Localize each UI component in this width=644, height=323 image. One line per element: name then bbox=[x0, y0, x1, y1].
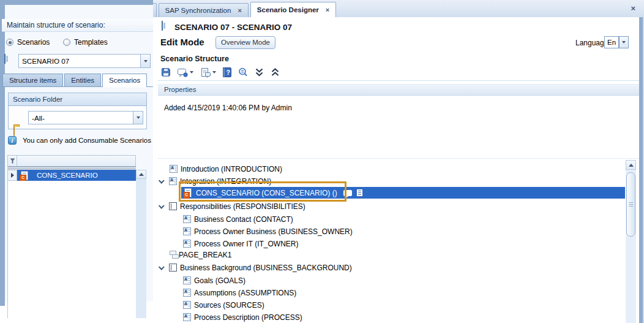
tree-item-assumptions[interactable]: Assumptions (ASSUMPTIONS) bbox=[183, 287, 296, 298]
text-item-icon bbox=[170, 165, 178, 173]
tab-sap-synchronization[interactable]: SAP Synchronization × bbox=[159, 3, 249, 17]
preview-button[interactable] bbox=[237, 66, 249, 78]
grid-row-label: CONS_SCENARIO bbox=[37, 172, 98, 179]
grid-body bbox=[7, 181, 136, 318]
grid-scrollbar-track[interactable] bbox=[136, 170, 146, 318]
properties-header: Properties bbox=[158, 84, 639, 96]
text-item-icon bbox=[183, 276, 191, 284]
section-title: Scenario Structure bbox=[160, 55, 229, 63]
chevron-down-icon bbox=[622, 41, 626, 44]
language-dropdown-button[interactable] bbox=[619, 36, 629, 48]
info-icon: i bbox=[8, 136, 17, 145]
document-comment-icon bbox=[200, 67, 211, 78]
help-button[interactable]: ? bbox=[221, 66, 233, 78]
radio-label: Scenarios bbox=[17, 38, 50, 47]
tree-item-page-break[interactable]: PAGE_BREAK1 bbox=[170, 249, 231, 260]
document-icon[interactable] bbox=[356, 189, 363, 197]
arrow-up-icon bbox=[139, 173, 144, 176]
language-combobox[interactable]: En bbox=[604, 36, 619, 48]
text-item-icon bbox=[183, 227, 191, 235]
window-close-icon[interactable]: × bbox=[631, 4, 635, 12]
document-comment-button[interactable] bbox=[198, 66, 218, 78]
tree-item-label: Goals (GOALS) bbox=[194, 276, 245, 285]
tree-item-label: Process Description (PROCESS) bbox=[194, 313, 302, 322]
tab-scenario-designer[interactable]: Scenario Designer × bbox=[250, 2, 336, 17]
tree-item-label: Sources (SOURCES) bbox=[194, 301, 264, 310]
grid-header-divider bbox=[7, 167, 136, 169]
chevron-down-icon bbox=[144, 60, 148, 63]
folder-combobox-value: -All- bbox=[29, 114, 133, 122]
subtab-structure-items[interactable]: Structure items bbox=[2, 74, 63, 86]
subtab-entities[interactable]: Entities bbox=[64, 74, 101, 86]
tree-item-label: Introduction (INTRODUCTION) bbox=[181, 165, 282, 173]
text-item-icon bbox=[183, 240, 191, 248]
dropdown-button[interactable] bbox=[133, 112, 143, 124]
collapse-all-button[interactable] bbox=[269, 66, 281, 78]
radio-scenarios[interactable]: Scenarios bbox=[6, 38, 50, 47]
comment-icon[interactable] bbox=[343, 190, 352, 196]
expand-all-button[interactable] bbox=[253, 66, 265, 78]
text-item-icon bbox=[183, 301, 191, 309]
expand-chevron-icon[interactable] bbox=[159, 264, 165, 270]
tree-item-label: Business Background (BUSINESS_BACKGROUND… bbox=[180, 264, 352, 272]
subtab-scenarios[interactable]: Scenarios bbox=[102, 74, 147, 87]
overview-mode-button[interactable]: Overview Mode bbox=[215, 36, 275, 49]
scenario-combobox[interactable]: SCENARIO 07 bbox=[18, 54, 151, 68]
save-button[interactable] bbox=[160, 66, 172, 78]
folder-combobox[interactable]: -All- bbox=[28, 111, 143, 124]
expand-chevron-icon[interactable] bbox=[159, 178, 165, 184]
grid-filter-button[interactable] bbox=[7, 155, 17, 167]
chevron-down-icon bbox=[190, 71, 193, 74]
tree-top-divider bbox=[158, 158, 639, 159]
tree-item-goals[interactable]: Goals (GOALS) bbox=[183, 275, 245, 286]
grid-scroll-up-button[interactable] bbox=[136, 170, 146, 179]
grid-column-header[interactable] bbox=[17, 155, 136, 167]
tree-item-business-contact[interactable]: Business Contact (CONTACT) bbox=[183, 213, 293, 225]
info-text: You can only add Consumable Scenarios bbox=[23, 137, 151, 144]
tree-item-label: CONS_SCENARIO (CONS_SCENARIO) () bbox=[196, 189, 337, 197]
consumable-scenario-icon bbox=[184, 188, 192, 197]
tree-scroll-up-button[interactable] bbox=[626, 160, 636, 170]
panel-splitter[interactable] bbox=[0, 0, 5, 306]
tree-item-cons-scenario[interactable]: CONS_SCENARIO (CONS_SCENARIO) () bbox=[181, 187, 625, 199]
tree-item-responsibilities[interactable]: Responsibilities (RESPONSIBILITIES) bbox=[160, 200, 305, 212]
dropdown-button[interactable] bbox=[140, 55, 150, 67]
added-info-text: Added 4/15/2019 1:40:06 PM by Admin bbox=[164, 104, 292, 112]
page-break-icon bbox=[170, 251, 178, 259]
tree-item-process-owner-it[interactable]: Process Owner IT (IT_OWNER) bbox=[183, 238, 298, 249]
tree-item-process-description[interactable]: Process Description (PROCESS) bbox=[183, 311, 302, 323]
tree-item-label: Business Contact (CONTACT) bbox=[194, 215, 293, 224]
expand-chevron-icon[interactable] bbox=[159, 203, 165, 209]
chevron-down-icon bbox=[137, 116, 140, 119]
tree-item-label: Process Owner Business (BUSINESS_OWNER) bbox=[194, 227, 353, 236]
tree-item-label: PAGE_BREAK1 bbox=[179, 251, 231, 259]
tree-item-process-owner-business[interactable]: Process Owner Business (BUSINESS_OWNER) bbox=[183, 226, 353, 237]
close-icon[interactable]: × bbox=[326, 7, 329, 13]
comments-button[interactable] bbox=[175, 66, 195, 78]
radio-templates[interactable]: Templates bbox=[63, 38, 108, 47]
text-item-icon bbox=[183, 313, 191, 321]
tab-label: SAP Synchronization bbox=[165, 7, 231, 14]
consumable-scenario-icon bbox=[21, 171, 28, 180]
filter-funnel-icon bbox=[10, 158, 15, 164]
tree-item-introduction[interactable]: Introduction (INTRODUCTION) bbox=[170, 163, 282, 175]
left-subtab-bar: Structure items Entities Scenarios bbox=[2, 74, 147, 87]
tree-item-integration[interactable]: Integration (INTEGRATION) bbox=[160, 175, 271, 187]
save-icon bbox=[160, 67, 171, 78]
text-item-icon bbox=[183, 215, 191, 223]
svg-text:?: ? bbox=[226, 69, 230, 76]
grid-row-marker bbox=[7, 170, 17, 181]
edit-mode-label: Edit Mode bbox=[160, 37, 204, 47]
help-book-icon: ? bbox=[222, 67, 232, 78]
chevron-down-icon bbox=[212, 71, 216, 74]
tree-item-sources[interactable]: Sources (SOURCES) bbox=[183, 299, 264, 311]
close-icon[interactable]: × bbox=[238, 7, 241, 14]
grid-row-cons-scenario[interactable]: CONS_SCENARIO bbox=[17, 170, 136, 181]
tree-scrollbar-thumb[interactable] bbox=[626, 172, 635, 237]
scenario-title-icon bbox=[162, 21, 163, 31]
expand-all-icon bbox=[254, 67, 264, 77]
tree-item-business-background[interactable]: Business Background (BUSINESS_BACKGROUND… bbox=[160, 262, 352, 273]
folder-icon bbox=[13, 126, 15, 136]
tree-item-label: Integration (INTEGRATION) bbox=[180, 177, 271, 186]
page-title: SCENARIO 07 - SCENARIO 07 bbox=[174, 23, 292, 32]
